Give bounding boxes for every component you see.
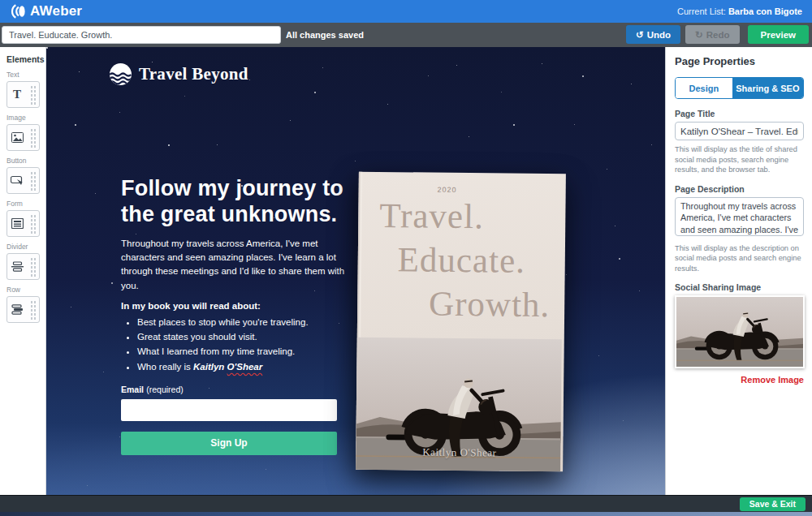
book-author: Kaitlyn O'Shear <box>356 445 563 461</box>
bottom-bar: Save & Exit <box>0 495 812 512</box>
list-item[interactable]: What I learned from my time traveling. <box>137 345 347 359</box>
list-intro[interactable]: In my book you will read about: <box>121 301 347 311</box>
element-card-row[interactable] <box>6 296 40 323</box>
social-image-preview <box>676 297 803 367</box>
remove-image-link[interactable]: Remove Image <box>675 375 804 385</box>
undo-button[interactable]: ↺ Undo <box>626 25 680 44</box>
app-header: AWeber Current List: Barba con Bigote <box>0 0 812 23</box>
element-card-form[interactable] <box>6 210 40 237</box>
page-description-textarea[interactable]: Throughout my travels across America, I'… <box>675 197 804 236</box>
button-icon <box>7 175 27 186</box>
element-card-divider[interactable] <box>6 253 40 280</box>
save-status: All changes saved <box>286 30 364 40</box>
redo-button[interactable]: ↻ Redo <box>685 25 739 44</box>
email-label-text: Email <box>121 385 144 394</box>
travel-beyond-logo[interactable]: Travel Beyond <box>110 63 248 85</box>
current-list: Current List: Barba con Bigote <box>677 6 802 16</box>
social-image-label: Social Sharing Image <box>675 282 804 292</box>
divider-icon <box>7 261 27 272</box>
element-card-image[interactable] <box>6 124 40 151</box>
drag-handle-icon <box>30 128 37 148</box>
preview-button[interactable]: Preview <box>748 25 809 44</box>
list-item[interactable]: Great states you should visit. <box>137 330 347 344</box>
aweber-logo[interactable]: AWeber <box>10 3 82 19</box>
undo-label: Undo <box>647 30 671 40</box>
book-title-line3: Growth. <box>357 282 565 328</box>
book-title: Travel. Educate. Growth. <box>357 194 566 328</box>
element-label-text: Text <box>6 71 45 79</box>
save-exit-button[interactable]: Save & Exit <box>740 497 806 511</box>
drag-handle-icon <box>30 171 37 191</box>
list-item[interactable]: Who really is Kaitlyn O'Shear <box>137 360 347 374</box>
page-title-input[interactable] <box>675 122 804 140</box>
element-label-divider: Divider <box>6 243 45 251</box>
book-year: 2020 <box>438 186 457 194</box>
page-title-help: This will display as the title of shared… <box>675 144 804 175</box>
bottom-strip <box>0 512 812 516</box>
drag-handle-icon <box>30 300 37 320</box>
email-label: Email (required) <box>121 385 347 394</box>
aweber-logo-icon <box>10 3 27 19</box>
page-description-label: Page Description <box>675 184 804 194</box>
current-list-value: Barba con Bigote <box>728 6 802 16</box>
author-name-first: Kaitlyn <box>193 362 227 372</box>
email-required-text: (required) <box>146 385 184 394</box>
element-label-row: Row <box>6 286 45 294</box>
starfield-bright <box>46 47 48 49</box>
page-name-input[interactable] <box>2 26 281 44</box>
element-label-image: Image <box>6 114 45 122</box>
form-icon <box>7 218 27 229</box>
preview-label: Preview <box>761 30 796 40</box>
drag-handle-icon <box>30 85 37 105</box>
landing-page-canvas[interactable]: Travel Beyond Follow my journey to the g… <box>46 47 665 495</box>
tab-sharing-seo[interactable]: Sharing & SEO <box>732 78 803 98</box>
element-label-button: Button <box>6 157 45 165</box>
hero-headline[interactable]: Follow my journey to the great unknowns. <box>121 175 347 228</box>
image-icon <box>7 132 27 143</box>
brand-name: AWeber <box>30 3 82 19</box>
element-card-text[interactable]: T <box>6 81 40 108</box>
author-name-last: O'Shear <box>227 362 263 372</box>
elements-title: Elements <box>6 54 45 64</box>
benefits-list[interactable]: Best places to stop while you're traveli… <box>137 316 347 374</box>
book-title-line1: Travel. <box>358 194 566 240</box>
signup-button[interactable]: Sign Up <box>121 432 337 455</box>
element-label-form: Form <box>6 200 45 208</box>
hero-paragraph[interactable]: Throughout my travels across America, I'… <box>121 237 347 293</box>
tab-design[interactable]: Design <box>676 78 732 98</box>
drag-handle-icon <box>30 257 37 277</box>
text-icon: T <box>7 88 27 101</box>
page-properties-panel: Page Properties Design Sharing & SEO Pag… <box>665 47 812 495</box>
redo-label: Redo <box>706 30 730 40</box>
properties-tabs: Design Sharing & SEO <box>675 77 804 99</box>
elements-sidebar: Elements Text T Image Button Form Divide… <box>0 47 46 495</box>
list-item-text: Who really is <box>137 362 193 372</box>
book-title-line2: Educate. <box>358 238 566 284</box>
page-title-label: Page Title <box>675 109 804 118</box>
element-card-button[interactable] <box>6 167 40 194</box>
book-cover-image[interactable]: 2020 Travel. Educate. Growth. Kaitlyn O'… <box>356 172 566 472</box>
waves-icon <box>110 63 132 85</box>
current-list-label: Current List: <box>677 6 726 16</box>
list-item[interactable]: Best places to stop while you're traveli… <box>137 316 347 329</box>
email-input[interactable] <box>121 399 337 421</box>
site-logo-text: Travel Beyond <box>139 64 248 84</box>
hero-copy[interactable]: Follow my journey to the great unknowns.… <box>121 175 347 455</box>
row-icon <box>7 304 27 315</box>
drag-handle-icon <box>30 214 37 234</box>
social-sharing-image[interactable] <box>675 295 805 368</box>
editor-toolbar: All changes saved ↺ Undo ↻ Redo Preview <box>0 23 812 47</box>
page-description-help: This will display as the description on … <box>675 243 804 274</box>
panel-title: Page Properties <box>675 55 804 67</box>
redo-icon: ↻ <box>695 29 703 41</box>
undo-icon: ↺ <box>636 29 644 41</box>
